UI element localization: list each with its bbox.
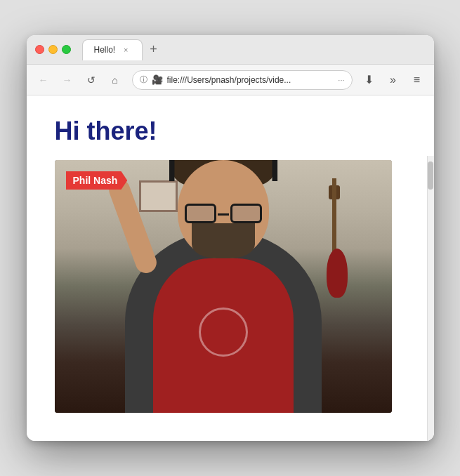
back-button[interactable]: ←	[34, 70, 53, 90]
name-tag-overlay: Phil Nash	[66, 171, 128, 190]
person-headphones	[169, 160, 277, 181]
guitar-decoration	[323, 185, 351, 298]
glasses-left	[185, 204, 216, 223]
title-bar: Hello! × +	[27, 35, 434, 65]
menu-button[interactable]: ≡	[407, 70, 427, 90]
download-button[interactable]: ⬇	[360, 70, 379, 90]
guitar-body	[327, 249, 348, 298]
browser-window: Hello! × + ← → ↺ ⌂ ⓘ 🎥 file:///Users/pna…	[27, 35, 434, 441]
glasses-right	[230, 204, 262, 223]
reload-button[interactable]: ↺	[81, 70, 101, 90]
nav-bar: ← → ↺ ⌂ ⓘ 🎥 file:///Users/pnash/projects…	[27, 65, 434, 95]
guitar-neck	[332, 178, 336, 256]
active-tab[interactable]: Hello! ×	[82, 39, 143, 60]
page-content: Hi there!	[27, 95, 434, 441]
scrollbar-track[interactable]	[427, 156, 434, 441]
forward-button[interactable]: →	[58, 70, 77, 90]
new-tab-button[interactable]: +	[145, 41, 162, 58]
tab-area: Hello! × +	[82, 39, 426, 60]
name-tag-text: Phil Nash	[73, 175, 118, 186]
scrollbar-thumb[interactable]	[428, 161, 433, 190]
home-button[interactable]: ⌂	[105, 70, 125, 90]
traffic-lights	[35, 45, 71, 54]
name-tag-background: Phil Nash	[66, 171, 128, 190]
person-beard	[192, 223, 255, 258]
minimize-button[interactable]	[48, 45, 58, 54]
picture-frame	[139, 180, 178, 212]
video-player[interactable]: Phil Nash	[55, 160, 392, 413]
glasses-bridge	[218, 213, 229, 216]
shirt-design	[199, 308, 248, 357]
info-icon: ⓘ	[140, 74, 147, 85]
person-shirt	[153, 258, 294, 413]
page-heading: Hi there!	[55, 117, 406, 146]
extend-button[interactable]: »	[383, 70, 403, 90]
close-button[interactable]	[35, 45, 44, 54]
more-options-icon[interactable]: ···	[338, 76, 344, 84]
tab-label: Hello!	[94, 45, 116, 55]
camera-icon: 🎥	[152, 74, 163, 85]
video-frame: Phil Nash	[55, 160, 392, 413]
url-text: file:///Users/pnash/projects/vide...	[167, 75, 334, 85]
address-bar[interactable]: ⓘ 🎥 file:///Users/pnash/projects/vide...…	[132, 70, 353, 90]
tab-close-button[interactable]: ×	[121, 45, 131, 55]
maximize-button[interactable]	[62, 45, 71, 54]
